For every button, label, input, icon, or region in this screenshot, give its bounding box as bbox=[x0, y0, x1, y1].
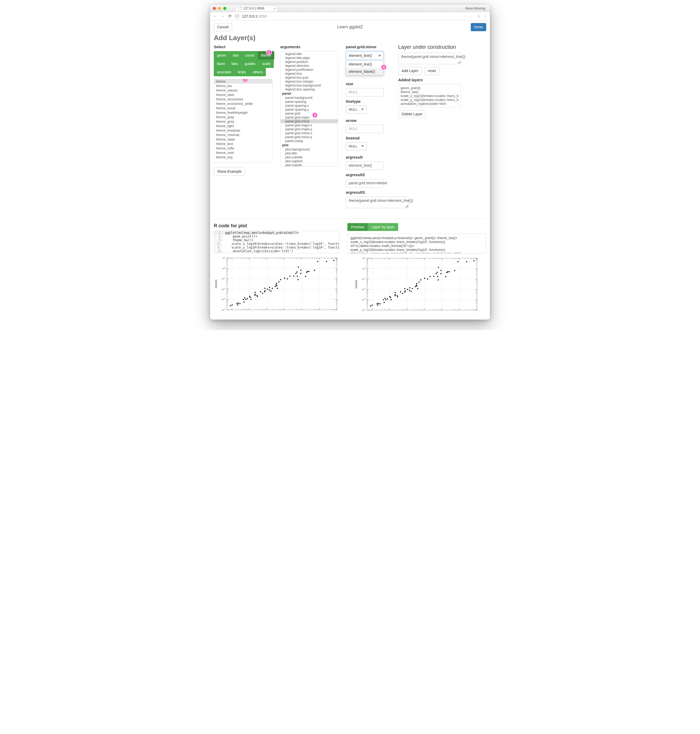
arg-item[interactable]: legend.position bbox=[281, 60, 338, 64]
argresult2-input[interactable]: panel.grid.minor=eleme bbox=[346, 179, 384, 187]
pill-guides[interactable]: guides bbox=[241, 59, 259, 68]
layer-line[interactable]: theme_bw() bbox=[401, 90, 459, 94]
layer-line[interactable]: geom_point() bbox=[401, 86, 459, 90]
arrow-input[interactable]: NULL bbox=[346, 125, 384, 133]
theme-selector-list[interactable]: theme theme_bw theme_classic theme_dark … bbox=[214, 79, 272, 163]
list-item[interactable]: theme_classic bbox=[214, 88, 272, 93]
close-window-icon[interactable] bbox=[213, 7, 216, 10]
show-example-button[interactable]: Show Example bbox=[214, 168, 245, 175]
pill-others[interactable]: others bbox=[249, 68, 266, 76]
argresult-input[interactable]: element_line() bbox=[346, 162, 384, 170]
minimize-window-icon[interactable] bbox=[218, 7, 221, 10]
pill-coord[interactable]: coord bbox=[242, 51, 258, 59]
layer-line[interactable]: annotation_logticks(side='trbl') bbox=[401, 102, 459, 106]
pill-labs[interactable]: labs bbox=[228, 59, 241, 68]
zoom-window-icon[interactable] bbox=[223, 7, 226, 10]
list-item[interactable]: theme_wsj bbox=[214, 155, 272, 159]
size-input[interactable]: NULL bbox=[346, 88, 384, 96]
arg-item[interactable]: plot.caption bbox=[281, 159, 338, 163]
arg-item[interactable]: legend.box bbox=[281, 72, 338, 75]
pill-scale[interactable]: scale bbox=[259, 59, 274, 68]
arg-item[interactable]: panel.grid bbox=[281, 111, 338, 115]
cancel-button[interactable]: Cancel bbox=[214, 23, 232, 31]
tab-layerbylayer[interactable]: Layer by layer bbox=[368, 223, 398, 231]
arg-item[interactable]: plot.title bbox=[281, 151, 338, 155]
window-controls bbox=[213, 7, 226, 10]
arg-item[interactable]: panel.spacing.y bbox=[281, 108, 338, 111]
arg-item[interactable]: panel.spacing bbox=[281, 100, 338, 103]
argresult3-textarea[interactable]: theme(panel.grid.minor=element_line()) bbox=[346, 197, 409, 208]
dropdown-option[interactable]: element_blank() bbox=[346, 68, 384, 75]
arg-item[interactable]: panel.grid.major bbox=[281, 115, 338, 119]
list-item[interactable]: theme_gray bbox=[214, 115, 272, 119]
add-layer-button[interactable]: Add Layer bbox=[398, 67, 422, 75]
svg-point-259 bbox=[272, 287, 273, 289]
arg-item[interactable]: plot.subtitle bbox=[281, 155, 338, 159]
arg-item[interactable]: legend.box.spacing bbox=[281, 87, 338, 91]
param-main-dropdown[interactable]: element_line() bbox=[346, 51, 384, 60]
reset-button[interactable]: reset bbox=[424, 67, 439, 75]
pill-stat[interactable]: stat bbox=[229, 51, 242, 59]
list-item[interactable]: theme_linedraw bbox=[214, 128, 272, 133]
list-item[interactable]: theme_void bbox=[214, 150, 272, 155]
pill-geom[interactable]: geom bbox=[214, 51, 229, 59]
arguments-list[interactable]: legend.titlelegend.title.alignlegend.pos… bbox=[280, 51, 338, 167]
arg-item[interactable]: panel.grid.major.y bbox=[281, 127, 338, 131]
arg-item[interactable]: legend.box.background bbox=[281, 83, 338, 87]
arg-item[interactable]: panel.grid.minor bbox=[281, 119, 338, 123]
linetype-dropdown[interactable]: NULL bbox=[346, 106, 367, 113]
arg-item[interactable]: legend.justification bbox=[281, 68, 338, 72]
arg-item[interactable]: panel.grid.minor.y bbox=[281, 135, 338, 139]
list-item[interactable]: theme_economist bbox=[214, 97, 272, 102]
list-item[interactable]: theme_tufte bbox=[214, 146, 272, 150]
arg-item[interactable]: panel.background bbox=[281, 96, 338, 100]
list-item[interactable]: theme_stata bbox=[214, 137, 272, 141]
svg-text:10-4: 10-4 bbox=[222, 308, 226, 311]
lineend-dropdown[interactable]: NULL bbox=[346, 142, 367, 150]
pill-limits[interactable]: limits bbox=[235, 68, 250, 76]
list-item[interactable]: theme_economist_white bbox=[214, 102, 272, 106]
arg-item[interactable]: panel.grid.major.x bbox=[281, 123, 338, 127]
arg-item[interactable]: legend.title.align bbox=[281, 56, 338, 60]
done-button[interactable]: Done bbox=[471, 23, 486, 31]
nav-back-icon[interactable]: ← bbox=[213, 14, 218, 19]
list-item[interactable]: theme_excel bbox=[214, 106, 272, 111]
list-item[interactable]: theme_grey bbox=[214, 119, 272, 124]
arg-item[interactable]: plot.background bbox=[281, 147, 338, 151]
delete-layer-button[interactable]: Delete Layer bbox=[398, 110, 426, 118]
list-item[interactable]: theme_minimal bbox=[214, 133, 272, 137]
arg-item[interactable]: panel.spacing.x bbox=[281, 103, 338, 108]
list-item[interactable]: theme_fivethirtyeight bbox=[214, 111, 272, 115]
tab-close-icon[interactable]: × bbox=[274, 7, 276, 11]
dropdown-option[interactable]: element_line() bbox=[346, 60, 384, 68]
tab-preview[interactable]: Preview bbox=[347, 223, 368, 231]
browser-tab[interactable]: 127.0.0.1:6558 × bbox=[236, 6, 278, 11]
profile-name[interactable]: Keon-Woong bbox=[465, 6, 487, 10]
pill-annotate[interactable]: annotate bbox=[214, 68, 235, 76]
arg-item[interactable]: legend.title bbox=[281, 52, 338, 56]
bookmark-icon[interactable]: ☆ bbox=[477, 14, 481, 19]
list-item[interactable]: theme_dark bbox=[214, 93, 272, 97]
arg-item[interactable]: plot.margin bbox=[281, 163, 338, 167]
list-item[interactable]: theme_bw bbox=[214, 84, 272, 88]
site-info-icon[interactable]: ⓘ bbox=[235, 14, 240, 19]
pill-facet[interactable]: facet bbox=[214, 59, 228, 68]
reload-icon[interactable]: ⟳ bbox=[227, 14, 232, 19]
layer-line[interactable]: scale_y_log10(breaks=scales::trans_break… bbox=[401, 98, 459, 102]
arg-item[interactable]: panel.grid.minor.x bbox=[281, 131, 338, 135]
menu-icon[interactable]: ⋮ bbox=[483, 14, 487, 19]
svg-point-555 bbox=[429, 276, 431, 277]
layer-line[interactable]: scale_x_log10(breaks=scales::trans_break… bbox=[401, 94, 459, 98]
list-item[interactable]: theme_light bbox=[214, 124, 272, 128]
address-bar[interactable]: 127.0.0.1:6558 bbox=[242, 14, 474, 18]
arg-item[interactable]: legend.direction bbox=[281, 64, 338, 68]
page-heading: Add Layer(s) bbox=[214, 34, 486, 42]
arg-item[interactable]: legend.box.margin bbox=[281, 80, 338, 83]
code-editor[interactable]: 1ggplot(msleep,aes(x=bodywt,y=brainwt))+… bbox=[214, 231, 340, 253]
construction-textarea[interactable]: theme(panel.grid.minor=element_line()) bbox=[398, 53, 461, 64]
list-item[interactable]: theme_test bbox=[214, 141, 272, 146]
added-layers-list[interactable]: geom_point() theme_bw() scale_x_log10(br… bbox=[398, 84, 461, 108]
arg-item[interactable]: panel.ontop bbox=[281, 139, 338, 143]
svg-point-262 bbox=[276, 283, 277, 284]
arg-item[interactable]: legend.box.just bbox=[281, 75, 338, 80]
